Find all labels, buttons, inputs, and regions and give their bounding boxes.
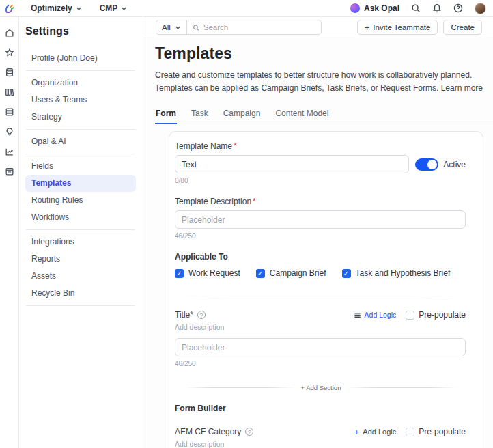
title-field-label: Title* ? (175, 310, 206, 320)
chevron-down-icon (175, 25, 181, 31)
template-description-input[interactable] (175, 210, 466, 229)
sidebar-item-profile[interactable]: Profile (John Doe) (25, 50, 136, 67)
tab-form[interactable]: Form (155, 106, 177, 124)
title-counter: 46/250 (175, 360, 466, 367)
active-toggle-label: Active (443, 160, 466, 169)
main-header: All + Invite Teammate Create (143, 17, 493, 38)
top-app-bar: Optimizely CMP Ask Opal (0, 0, 493, 17)
tab-task[interactable]: Task (191, 106, 209, 124)
help-icon[interactable]: ? (245, 428, 253, 436)
sidebar-item-integrations[interactable]: Integrations (25, 234, 136, 251)
optimizely-logo-icon (4, 3, 16, 14)
sidebar-divider (26, 70, 135, 71)
checkbox-checked-icon: ✓ (342, 269, 351, 278)
title-add-description-link[interactable]: Add description (175, 323, 466, 331)
calendar-plan-icon[interactable] (5, 167, 14, 176)
checkbox-unchecked-icon (406, 428, 414, 436)
search-icon[interactable] (411, 3, 421, 13)
archive-stack-icon[interactable] (5, 107, 14, 117)
invite-teammate-label: Invite Teammate (373, 23, 430, 31)
settings-sidebar: Settings Profile (John Doe) Organization… (19, 17, 143, 448)
sidebar-divider (26, 129, 135, 130)
app-switcher[interactable]: CMP (100, 3, 128, 13)
template-description-label: Template Description* (175, 197, 466, 206)
tab-campaign[interactable]: Campaign (223, 106, 262, 124)
checkbox-unchecked-icon (406, 311, 414, 320)
org-switcher[interactable]: Optimizely (31, 3, 82, 13)
tab-content-model[interactable]: Content Model (274, 106, 329, 124)
create-label: Create (451, 23, 475, 31)
search-input[interactable] (203, 23, 315, 31)
template-form-panel: Template Name* Active 0/80 Template Desc… (169, 131, 483, 448)
required-asterisk: * (253, 197, 256, 206)
pre-populate-label: Pre-populate (419, 427, 466, 436)
search-scope-dropdown[interactable]: All (156, 20, 187, 34)
title-pre-populate-checkbox[interactable]: Pre-populate (406, 310, 466, 320)
checkbox-campaign-brief[interactable]: ✓ Campaign Brief (256, 268, 326, 278)
database-icon[interactable] (5, 68, 14, 77)
aem-add-description-link[interactable]: Add description (175, 440, 466, 448)
template-name-label-text: Template Name (175, 141, 232, 151)
chevron-down-icon (121, 5, 127, 12)
create-button[interactable]: Create (443, 20, 482, 35)
lightbulb-icon[interactable] (5, 127, 14, 137)
sidebar-item-users-teams[interactable]: Users & Teams (25, 92, 136, 109)
invite-teammate-button[interactable]: + Invite Teammate (357, 20, 438, 35)
sidebar-item-reports[interactable]: Reports (25, 251, 136, 268)
divider-line (184, 387, 295, 388)
required-asterisk: * (190, 310, 193, 320)
add-section-row: + Add Section (184, 384, 457, 391)
logic-list-icon (354, 311, 361, 319)
analytics-chart-icon[interactable] (5, 147, 14, 156)
notifications-bell-icon[interactable] (432, 3, 442, 13)
add-logic-label: Add Logic (363, 428, 396, 436)
sidebar-item-strategy[interactable]: Strategy (25, 109, 136, 126)
learn-more-link[interactable]: Learn more (441, 83, 483, 93)
template-description-counter: 46/250 (175, 232, 466, 240)
aem-pre-populate-checkbox[interactable]: Pre-populate (406, 427, 466, 436)
checkbox-task-hypothesis-brief[interactable]: ✓ Task and Hypothesis Brief (342, 268, 451, 278)
checkbox-work-request[interactable]: ✓ Work Request (175, 268, 240, 278)
sidebar-divider (26, 305, 135, 306)
title-placeholder-input[interactable] (175, 338, 466, 356)
template-tabs: Form Task Campaign Content Model (155, 106, 493, 124)
search-icon (193, 24, 199, 31)
sidebar-title: Settings (25, 25, 136, 38)
sidebar-item-workflows[interactable]: Workflows (25, 209, 136, 226)
ask-opal-button[interactable]: Ask Opal (350, 3, 399, 13)
title-add-logic-button[interactable]: Add Logic (354, 311, 397, 319)
ask-opal-label: Ask Opal (364, 3, 399, 13)
chevron-down-icon (76, 5, 82, 12)
applicable-to-label: Applicable To (175, 252, 466, 262)
sidebar-item-organization[interactable]: Organization (25, 74, 136, 92)
org-switcher-label: Optimizely (31, 3, 72, 13)
add-logic-label: Add Logic (365, 311, 397, 319)
home-icon[interactable] (5, 28, 14, 38)
add-section-button[interactable]: + Add Section (295, 384, 348, 391)
template-name-input[interactable] (175, 155, 409, 173)
sidebar-item-assets[interactable]: Assets (25, 268, 136, 285)
library-books-icon[interactable] (5, 87, 14, 97)
section-divider (184, 296, 457, 296)
page-description-text: Create and customize templates to better… (155, 70, 472, 93)
aem-add-logic-button[interactable]: + Add Logic (354, 428, 397, 436)
app-switcher-label: CMP (100, 3, 118, 13)
plus-icon: + (365, 23, 370, 32)
sidebar-item-opal-ai[interactable]: Opal & AI (25, 133, 136, 150)
divider-line (347, 387, 457, 388)
template-description-label-text: Template Description (175, 197, 251, 206)
star-icon[interactable] (5, 48, 14, 57)
app-icon-rail (0, 17, 19, 448)
sidebar-item-fields[interactable]: Fields (25, 158, 136, 175)
help-icon[interactable] (453, 3, 463, 13)
sidebar-item-recycle-bin[interactable]: Recycle Bin (25, 285, 136, 302)
sidebar-item-templates[interactable]: Templates (25, 175, 136, 192)
template-name-label: Template Name* (175, 141, 466, 151)
sidebar-divider (26, 154, 135, 154)
active-toggle[interactable] (415, 158, 438, 171)
checkbox-label: Campaign Brief (270, 268, 326, 278)
sidebar-item-routing-rules[interactable]: Routing Rules (25, 192, 136, 209)
help-icon[interactable]: ? (197, 311, 206, 319)
opal-orb-icon (350, 3, 360, 13)
user-avatar[interactable] (475, 3, 486, 14)
